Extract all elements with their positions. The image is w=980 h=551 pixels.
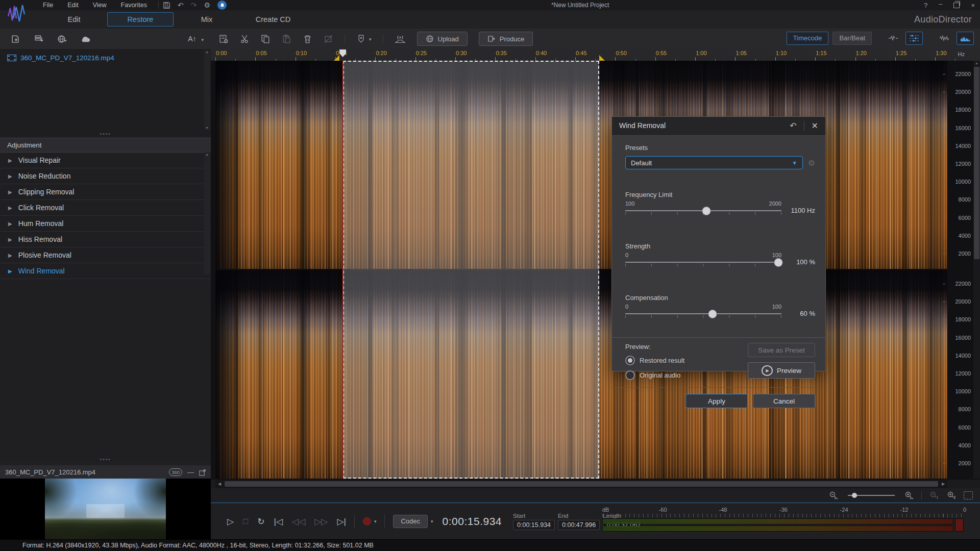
save-as-preset-button[interactable]: Save as Preset [748,343,815,357]
menu-item[interactable]: Edit [60,1,86,10]
redo-icon[interactable]: ↷ [191,1,197,9]
adjustment-item[interactable]: ▶ Hiss Removal [0,232,211,247]
reset-icon[interactable]: ↶ [790,121,796,131]
barbeat-toggle[interactable]: Bar/Beat [832,32,872,45]
import-media-icon[interactable] [11,34,21,43]
video-thumbnail[interactable] [0,479,211,540]
settings-gear-icon[interactable]: ⚙ [204,1,210,9]
adjustment-item[interactable]: ▶ Wind Removal [0,263,211,279]
paste-icon[interactable] [282,34,291,43]
rewind-button[interactable]: ◁◁ [292,516,305,527]
playhead-line[interactable] [342,61,344,479]
expand-triangle-icon[interactable]: ▶ [8,158,12,163]
cloud-icon[interactable] [80,34,91,43]
timecode-toggle[interactable]: Timecode [787,32,829,45]
slider-track[interactable]: 100 2000 [625,199,781,221]
close-button[interactable]: × [971,2,975,9]
vertical-scrollbar[interactable] [973,61,980,479]
popout-preview-icon[interactable] [199,468,206,475]
mode-tab[interactable]: Restore [107,12,174,27]
preview-button[interactable]: ▶ Preview [748,362,815,379]
zoom-in-vertical-icon[interactable] [946,491,957,500]
slider-handle[interactable] [708,310,717,318]
mode-tab[interactable]: Create CD [240,12,306,27]
codec-caret[interactable]: ▾ [431,519,433,524]
loop-button[interactable]: ↻ [257,516,264,527]
codec-button[interactable]: Codec [393,515,428,528]
download-from-web-icon[interactable] [57,34,67,43]
adjustment-scrollbar[interactable] [204,152,210,274]
preview-radio-option[interactable]: Original audio [625,370,748,380]
expand-triangle-icon[interactable]: ▶ [8,205,12,211]
time-field-value[interactable]: 0:00:47.996 [558,520,600,530]
minimize-button[interactable]: – [939,0,942,8]
slider-handle[interactable] [774,258,782,267]
notification-bell-icon[interactable] [217,1,227,10]
adjustment-item[interactable]: ▶ Visual Repair [0,153,211,168]
sort-control[interactable]: A↑ ▾ [188,35,204,43]
clip-indicator[interactable] [955,518,964,532]
track-view-icon[interactable] [905,32,923,45]
zoom-in-horizontal-icon[interactable] [904,491,914,500]
go-to-start-button[interactable]: |◁ [274,516,283,527]
slider-handle[interactable] [702,207,711,215]
expand-triangle-icon[interactable]: ▶ [8,268,12,274]
zoom-out-horizontal-icon[interactable] [828,491,839,500]
slider-track[interactable]: 0 100 [625,251,781,272]
dialog-close-icon[interactable]: ✕ [804,121,818,131]
horizontal-scrollbar[interactable]: ◀ ▶ [215,480,947,488]
adjustment-item[interactable]: ▶ Clipping Removal [0,184,211,200]
mode-tab[interactable]: Mix [174,12,240,27]
dialog-title-bar[interactable]: Wind Removal ↶ ✕ [612,117,825,135]
help-button[interactable]: ? [924,2,927,9]
zoom-slider[interactable] [848,495,895,496]
menu-item[interactable]: File [36,1,60,10]
panel-resize-handle[interactable]: •••• [100,457,111,462]
radio-button-icon[interactable] [625,370,635,380]
undo-icon[interactable]: ↶ [178,1,184,9]
fast-forward-button[interactable]: ▷▷ [314,516,328,527]
timeline-ruler[interactable]: 0:000:050:100:150:200:250:300:350:400:45… [211,49,980,61]
fit-view-icon[interactable] [964,491,973,499]
record-button[interactable] [363,517,371,525]
produce-button[interactable]: Produce [479,32,533,46]
menu-item[interactable]: Favorites [114,1,154,10]
expand-triangle-icon[interactable]: ▶ [8,253,12,258]
expand-triangle-icon[interactable]: ▶ [8,189,12,195]
zoom-out-vertical-icon[interactable] [929,491,939,500]
file-list-scrollbar[interactable] [204,50,210,130]
slider-track[interactable]: 0 100 [625,303,781,324]
spectrogram-view-icon[interactable] [957,32,974,45]
shrink-waveform-icon[interactable] [885,32,901,44]
upload-button[interactable]: Upload [417,32,468,46]
menu-item[interactable]: View [86,1,114,10]
time-field-value[interactable]: 0:00:15.934 [513,520,555,530]
surround-sound-icon[interactable] [395,34,406,43]
play-button[interactable]: ▷ [227,516,234,527]
minimize-preview-icon[interactable]: — [187,468,194,476]
panel-resize-handle[interactable]: •••• [100,132,111,137]
expand-triangle-icon[interactable]: ▶ [8,237,12,242]
record-options-caret[interactable]: ▾ [374,519,377,524]
time-selection-region[interactable] [343,61,599,479]
export-media-icon[interactable] [34,34,44,43]
apply-button[interactable]: Apply [685,394,748,408]
preset-dropdown[interactable]: Default ▼ [625,156,803,169]
expand-triangle-icon[interactable]: ▶ [8,173,12,179]
properties-icon[interactable] [219,34,229,43]
waveform-view-icon[interactable] [936,32,952,44]
scrollbar-thumb[interactable] [225,481,938,487]
scroll-left-arrow[interactable]: ◀ [215,482,224,486]
copy-icon[interactable] [261,34,271,43]
cut-icon[interactable] [240,34,250,43]
adjustment-item[interactable]: ▶ Hum Removal [0,216,211,232]
preset-settings-gear-icon[interactable]: ⚙ [808,158,815,168]
marker-icon[interactable]: ▾ [356,34,372,43]
stop-button[interactable]: □ [243,516,248,527]
adjustment-item[interactable]: ▶ Click Removal [0,200,211,216]
adjustment-item[interactable]: ▶ Noise Reduction [0,168,211,184]
expand-triangle-icon[interactable]: ▶ [8,221,12,227]
preview-radio-option[interactable]: Restored result [625,356,748,365]
radio-button-icon[interactable] [625,356,635,365]
scroll-right-arrow[interactable]: ▶ [939,482,947,486]
